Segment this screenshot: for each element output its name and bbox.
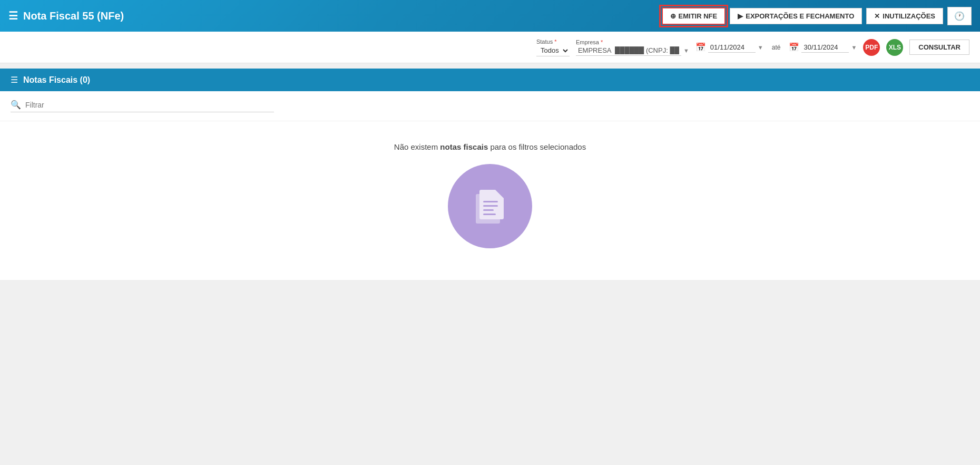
date-dropdown-to-icon[interactable]: ▼	[851, 44, 857, 51]
empresa-input[interactable]	[576, 45, 681, 56]
main-content: 🔍 Não existem notas fiscais para os filt…	[0, 91, 980, 280]
status-label: Status *	[536, 38, 570, 45]
exportacoes-button[interactable]: ▶ EXPORTAÇÕES E FECHAMENTO	[730, 8, 862, 24]
empty-state: Não existem notas fiscais para os filtro…	[0, 121, 980, 280]
empresa-filter-group: Empresa * ▼	[576, 39, 689, 56]
status-select[interactable]: Todos	[536, 45, 570, 56]
empresa-dropdown-icon[interactable]: ▼	[683, 47, 689, 54]
svg-rect-5	[483, 209, 494, 211]
date-to-group: 📅 ▼	[789, 42, 857, 53]
search-input[interactable]	[25, 101, 274, 109]
empty-message: Não existem notas fiscais para os filtro…	[394, 142, 586, 151]
empty-icon-circle	[448, 164, 532, 248]
search-input-wrap: 🔍	[11, 100, 274, 112]
menu-icon: ☰	[8, 9, 18, 22]
history-icon: 🕐	[954, 11, 965, 21]
filter-bar: Status * Todos Empresa * ▼ 📅 ▼ até 📅 ▼ P	[0, 32, 980, 63]
pdf-button[interactable]: PDF	[863, 39, 880, 56]
plus-icon: ⊕	[670, 12, 676, 20]
search-icon: 🔍	[11, 100, 21, 110]
document-icon	[466, 182, 514, 230]
export-icon: ▶	[738, 12, 743, 20]
close-icon: ✕	[874, 12, 880, 20]
history-button[interactable]: 🕐	[947, 7, 972, 25]
excel-button[interactable]: XLS	[886, 39, 903, 56]
empresa-label: Empresa *	[576, 39, 689, 45]
date-separator: até	[772, 44, 781, 51]
date-from-input[interactable]	[708, 42, 756, 53]
page-title: ☰ Nota Fiscal 55 (NFe)	[8, 9, 124, 22]
date-to-input[interactable]	[801, 42, 849, 53]
consultar-button[interactable]: CONSULTAR	[909, 40, 969, 55]
search-bar: 🔍	[0, 91, 980, 121]
calendar-to-icon[interactable]: 📅	[789, 42, 799, 52]
app-header: ☰ Nota Fiscal 55 (NFe) ➜ ⊕ EMITIR NFE ▶ …	[0, 0, 980, 32]
pdf-icon: PDF	[865, 44, 878, 51]
excel-icon: XLS	[889, 44, 901, 51]
header-actions: ⊕ EMITIR NFE ▶ EXPORTAÇÕES E FECHAMENTO …	[662, 7, 972, 25]
emitir-nfe-button[interactable]: ⊕ EMITIR NFE	[662, 7, 726, 25]
section-title: Notas Fiscais (0)	[23, 75, 90, 85]
svg-rect-3	[483, 201, 498, 202]
inutilizacoes-button[interactable]: ✕ INUTILIZAÇÕES	[866, 8, 943, 24]
svg-rect-6	[483, 214, 496, 215]
section-icon: ☰	[11, 75, 18, 85]
status-filter-group: Status * Todos	[536, 38, 570, 56]
date-dropdown-from-icon[interactable]: ▼	[758, 44, 763, 51]
calendar-from-icon[interactable]: 📅	[695, 42, 706, 52]
section-header: ☰ Notas Fiscais (0)	[0, 69, 980, 91]
svg-rect-4	[483, 205, 498, 207]
date-from-group: 📅 ▼	[695, 42, 763, 53]
